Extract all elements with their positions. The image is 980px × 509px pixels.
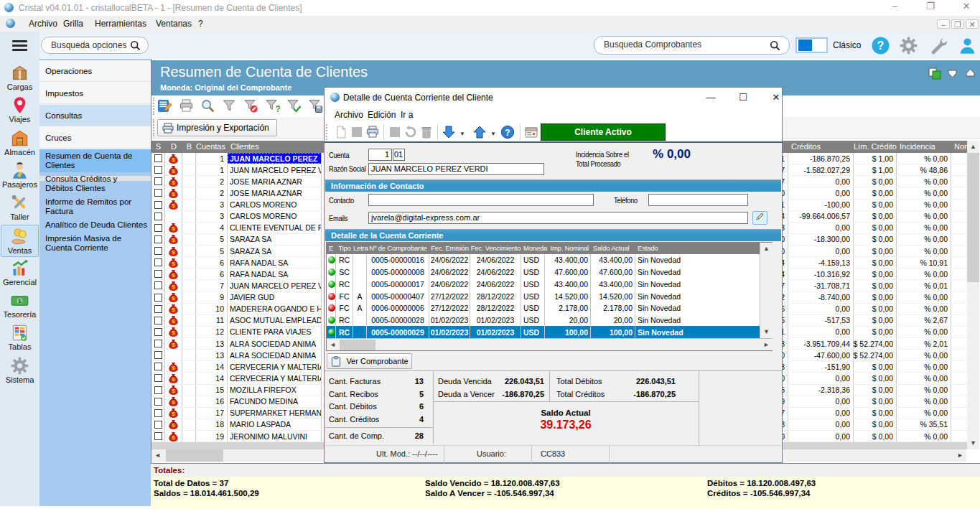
nav-section-operaciones[interactable]: Operaciones <box>39 60 151 82</box>
col-header-Cuentas[interactable]: Cuentas <box>196 141 228 153</box>
rail-item-taller[interactable]: Taller <box>1 192 39 224</box>
rail-item-viajes[interactable]: Viajes <box>1 94 39 126</box>
select-checkbox[interactable] <box>151 292 165 303</box>
col-header-Incidencia[interactable]: Incidencia <box>897 141 951 153</box>
filter-apply-icon[interactable] <box>286 98 302 113</box>
filter-clear-icon[interactable] <box>243 98 258 113</box>
movement-row[interactable]: RC0005-0000001724/06/202224/06/2022USD43… <box>327 278 760 290</box>
nav-item[interactable]: Impresión Masiva de Cuenta Corriente <box>39 232 151 255</box>
col-header-D[interactable]: D <box>165 141 182 153</box>
dialog-maximize-button[interactable]: ☐ <box>736 92 750 103</box>
select-checkbox[interactable] <box>151 268 165 279</box>
dialog-menu-ira[interactable]: Ir a <box>401 110 413 120</box>
select-checkbox[interactable] <box>151 200 165 210</box>
select-checkbox[interactable] <box>151 153 165 164</box>
select-checkbox[interactable] <box>151 257 165 268</box>
mov-col-9[interactable]: Estado <box>635 243 760 254</box>
edit-icon[interactable] <box>157 98 172 113</box>
print-icon[interactable] <box>179 98 194 113</box>
movements-h-scrollbar[interactable]: ◄ ► <box>327 338 773 350</box>
nav-up-caret-icon[interactable]: ▼ <box>490 131 496 137</box>
nav-section-consultas[interactable]: Consultas <box>39 105 151 126</box>
contact-card-icon[interactable] <box>524 125 538 139</box>
select-checkbox[interactable] <box>151 350 165 360</box>
nav-item[interactable]: Informe de Remitos por Factura <box>39 195 151 218</box>
ver-comprobante-button[interactable]: Ver Comprobante <box>327 353 412 369</box>
collapse-arrow-icon[interactable] <box>946 67 958 79</box>
hamburger-menu-icon[interactable] <box>12 40 27 51</box>
col-header-Lím. Crédito[interactable]: Lím. Crédito <box>854 141 897 153</box>
select-checkbox[interactable] <box>151 419 165 430</box>
impresion-exportacion-button[interactable]: Impresión y Exportación <box>157 119 277 136</box>
telefono-input[interactable] <box>648 194 748 206</box>
movement-row[interactable]: RC0005-0000001624/06/202224/06/2022USD43… <box>327 254 760 266</box>
mov-col-8[interactable]: Saldo Actual <box>591 243 635 254</box>
nav-item[interactable]: Resumen de Cuenta de Clientes <box>39 149 151 172</box>
movements-v-scrollbar[interactable]: ▲ ▼ <box>760 243 773 338</box>
nav-up-icon[interactable] <box>472 125 487 139</box>
cliente-activo-button[interactable]: Cliente Activo <box>541 123 666 141</box>
mdi-close-button[interactable]: ✕ <box>966 19 979 29</box>
razon-social-input[interactable]: JUAN MARCELO PEREZ VERDI <box>368 163 544 175</box>
col-header-S[interactable]: S <box>151 141 165 153</box>
rail-item-ventas[interactable]: Ventas <box>1 225 39 257</box>
mdi-restore-button[interactable]: ❐ <box>951 19 964 29</box>
select-checkbox[interactable] <box>151 176 165 187</box>
dialog-menu-archivo[interactable]: Archivo <box>335 110 363 120</box>
select-checkbox[interactable] <box>151 223 165 233</box>
rail-item-almacn[interactable]: Almacén <box>1 127 39 159</box>
select-checkbox[interactable] <box>151 234 165 245</box>
select-checkbox[interactable] <box>151 361 165 372</box>
rail-item-cargas[interactable]: Cargas <box>1 62 39 94</box>
select-checkbox[interactable] <box>151 211 165 222</box>
dialog-close-button[interactable]: ✕ <box>769 92 783 103</box>
nav-down-icon[interactable] <box>442 125 456 139</box>
help-icon[interactable]: ? <box>500 125 515 139</box>
undo-disabled-icon[interactable] <box>403 125 418 139</box>
vertical-scrollbar[interactable]: ▲ ▼ <box>967 141 979 449</box>
filter-save-icon[interactable] <box>308 98 323 113</box>
nav-item[interactable]: Consulta Créditos y Débitos Clientes <box>39 172 151 195</box>
nav-section-impuestos[interactable]: Impuestos <box>39 83 151 104</box>
contacto-input[interactable] <box>368 194 594 206</box>
settings-gear-icon[interactable] <box>899 36 918 55</box>
movement-row[interactable]: RC0005-0000002901/02/202301/02/2023USD10… <box>327 326 760 338</box>
select-checkbox[interactable] <box>151 304 165 314</box>
select-checkbox[interactable] <box>151 280 165 291</box>
select-checkbox[interactable] <box>151 373 165 383</box>
nav-section-cruces[interactable]: Cruces <box>39 127 151 149</box>
search-options-input[interactable]: Busqueda opciones <box>41 37 149 54</box>
mdi-minimize-button[interactable]: – <box>937 19 950 29</box>
select-checkbox[interactable] <box>151 246 165 256</box>
search-comprobantes-input[interactable]: Busqueda Comprobantes <box>594 36 790 55</box>
mov-col-5[interactable]: Fec. Vencimiento <box>470 243 521 254</box>
close-button[interactable]: ✕ <box>961 0 972 13</box>
select-checkbox[interactable] <box>151 187 165 198</box>
search-icon[interactable] <box>200 98 215 113</box>
rail-item-tesorera[interactable]: $Tesorería <box>1 289 39 322</box>
emails-input[interactable]: jvarela@digital-express.com.ar <box>368 212 748 224</box>
h-scroll-thumb[interactable] <box>166 449 223 462</box>
filter-question-icon[interactable]: ? <box>265 98 280 113</box>
rail-item-sistema[interactable]: Sistema <box>1 355 39 387</box>
col-header-Nom[interactable]: Nom <box>951 141 967 153</box>
movement-row[interactable]: RC0005-0000002801/02/202301/02/2023USD20… <box>327 314 760 327</box>
rail-item-pasajeros[interactable]: Pasajeros <box>1 159 39 192</box>
rail-item-tablas[interactable]: Tablas <box>1 322 39 354</box>
menu-herramientas[interactable]: Herramientas <box>95 19 146 29</box>
minimize-button[interactable]: – <box>889 0 900 13</box>
save-icon[interactable] <box>350 125 364 139</box>
menu-ventanas[interactable]: Ventanas <box>156 19 192 29</box>
select-checkbox[interactable] <box>151 315 165 326</box>
cuenta-sub-input[interactable]: 01 <box>393 149 405 161</box>
col-header-B[interactable]: B <box>182 141 196 153</box>
nav-item[interactable]: Analítico de Deuda Clientes <box>39 218 151 232</box>
select-checkbox[interactable] <box>151 338 165 349</box>
mov-col-0[interactable]: E <box>327 243 336 254</box>
help-icon[interactable]: ? <box>871 36 890 55</box>
menu-help[interactable]: ? <box>198 19 203 29</box>
export-grid-icon[interactable] <box>928 67 942 80</box>
dialog-minimize-button[interactable]: — <box>704 92 718 103</box>
edit-emails-button[interactable] <box>752 211 767 225</box>
edit-disabled-icon[interactable] <box>388 125 402 139</box>
